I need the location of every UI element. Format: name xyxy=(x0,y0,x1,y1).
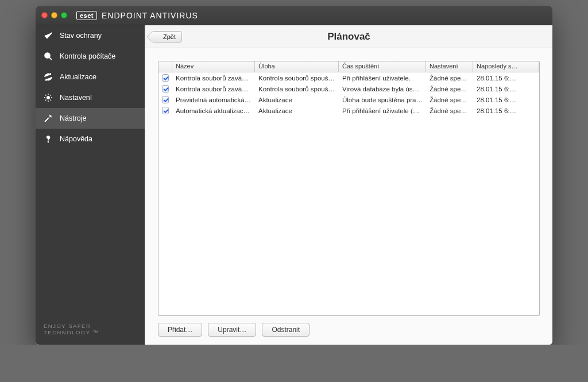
row-checkbox[interactable] xyxy=(162,74,169,82)
col-checkbox[interactable] xyxy=(158,61,172,72)
toolbar: Zpět Plánovač xyxy=(145,25,552,48)
action-bar: Přidat… Upravit… Odstranit xyxy=(158,316,540,339)
svg-point-2 xyxy=(47,97,50,99)
row-checkbox[interactable] xyxy=(162,107,169,114)
body: Stav ochrany Kontrola počítače Aktualiza… xyxy=(36,25,552,345)
col-settings[interactable]: Nastavení xyxy=(426,61,473,72)
app-title: ENDPOINT ANTIVIRUS xyxy=(102,11,198,20)
cell-settings: Žádné speci… xyxy=(426,85,473,93)
sidebar-item-status[interactable]: Stav ochrany xyxy=(36,25,145,46)
cell-name: Pravidelná automatická… xyxy=(172,96,255,104)
svg-line-1 xyxy=(49,57,52,60)
cell-settings: Žádné speci… xyxy=(426,74,473,82)
cell-last: 28.01.15 6:… xyxy=(473,107,539,115)
delete-button[interactable]: Odstranit xyxy=(262,323,310,337)
app-window: eset ENDPOINT ANTIVIRUS Stav ochrany Kon… xyxy=(36,6,552,345)
cell-name: Automatická aktualizac… xyxy=(172,107,255,115)
cell-last: 28.01.15 6:… xyxy=(473,74,539,82)
titlebar: eset ENDPOINT ANTIVIRUS xyxy=(36,6,552,25)
window-controls xyxy=(41,12,67,18)
table-row[interactable]: Automatická aktualizac… Aktualizace Při … xyxy=(158,105,539,116)
cell-task: Aktualizace xyxy=(255,96,339,104)
table-row[interactable]: Kontrola souborů zavá… Kontrola souborů … xyxy=(158,72,539,83)
cell-time: Při přihlášení uživatele. xyxy=(339,74,426,82)
cell-time: Úloha bude spuštěna pra… xyxy=(339,96,426,104)
sidebar-item-update[interactable]: Aktualizace xyxy=(36,67,145,87)
cell-last: 28.01.15 6:… xyxy=(473,96,539,104)
table-row[interactable]: Pravidelná automatická… Aktualizace Úloh… xyxy=(158,94,539,105)
table-row[interactable]: Kontrola souborů zavá… Kontrola souborů … xyxy=(158,83,539,94)
cell-task: Kontrola souborů spouš… xyxy=(255,74,339,82)
sidebar-footer: ENJOY SAFER TECHNOLOGY ™ xyxy=(36,314,145,345)
cell-last: 28.01.15 6:… xyxy=(473,85,539,93)
back-button[interactable]: Zpět xyxy=(152,31,182,43)
col-time[interactable]: Čas spuštění xyxy=(339,61,426,72)
sidebar-item-settings[interactable]: Nastavení xyxy=(36,87,145,108)
tools-icon xyxy=(44,114,53,123)
refresh-icon xyxy=(44,72,53,82)
sidebar-item-label: Nápověda xyxy=(60,135,92,143)
cell-task: Aktualizace xyxy=(255,107,339,115)
col-last[interactable]: Naposledy s… xyxy=(473,61,539,72)
svg-point-3 xyxy=(48,141,49,142)
sidebar-item-help[interactable]: Nápověda xyxy=(36,129,145,149)
sidebar-item-tools[interactable]: Nástroje xyxy=(36,108,145,129)
cell-time: Při přihlášení uživatele (… xyxy=(339,107,426,115)
sidebar-item-label: Stav ochrany xyxy=(60,32,102,40)
close-icon[interactable] xyxy=(41,12,48,18)
row-checkbox[interactable] xyxy=(162,96,169,103)
col-name[interactable]: Název xyxy=(172,61,255,72)
cell-task: Kontrola souborů spouš… xyxy=(255,85,339,93)
add-button[interactable]: Přidat… xyxy=(158,323,202,337)
zoom-icon[interactable] xyxy=(61,12,67,18)
magnify-icon xyxy=(44,52,53,61)
svg-point-0 xyxy=(45,53,50,58)
table-header: Název Úloha Čas spuštění Nastavení Napos… xyxy=(158,61,539,72)
brand-logo: eset xyxy=(76,11,97,20)
cell-settings: Žádné speci… xyxy=(426,96,473,104)
sidebar: Stav ochrany Kontrola počítače Aktualiza… xyxy=(36,25,145,345)
page-title: Plánovač xyxy=(145,31,552,43)
cell-time: Virová databáze byla úsp… xyxy=(339,85,426,93)
edit-button[interactable]: Upravit… xyxy=(208,323,256,337)
row-checkbox[interactable] xyxy=(162,85,169,92)
sidebar-item-label: Nástroje xyxy=(60,114,87,122)
question-icon xyxy=(44,134,53,144)
col-task[interactable]: Úloha xyxy=(255,61,339,72)
cell-name: Kontrola souborů zavá… xyxy=(172,74,255,82)
minimize-icon[interactable] xyxy=(51,12,57,18)
gear-icon xyxy=(44,93,53,102)
content: Název Úloha Čas spuštění Nastavení Napos… xyxy=(145,48,552,345)
main-panel: Zpět Plánovač Název Úloha Čas spuštění N… xyxy=(145,25,552,345)
table-body: Kontrola souborů zavá… Kontrola souborů … xyxy=(158,72,539,315)
check-icon xyxy=(44,31,53,40)
sidebar-item-scan[interactable]: Kontrola počítače xyxy=(36,46,145,67)
cell-name: Kontrola souborů zavá… xyxy=(172,85,255,93)
sidebar-item-label: Nastavení xyxy=(60,94,92,102)
scheduler-table: Název Úloha Čas spuštění Nastavení Napos… xyxy=(158,61,540,316)
cell-settings: Žádné speci… xyxy=(426,107,473,115)
sidebar-item-label: Kontrola počítače xyxy=(60,52,115,60)
sidebar-item-label: Aktualizace xyxy=(60,73,96,81)
